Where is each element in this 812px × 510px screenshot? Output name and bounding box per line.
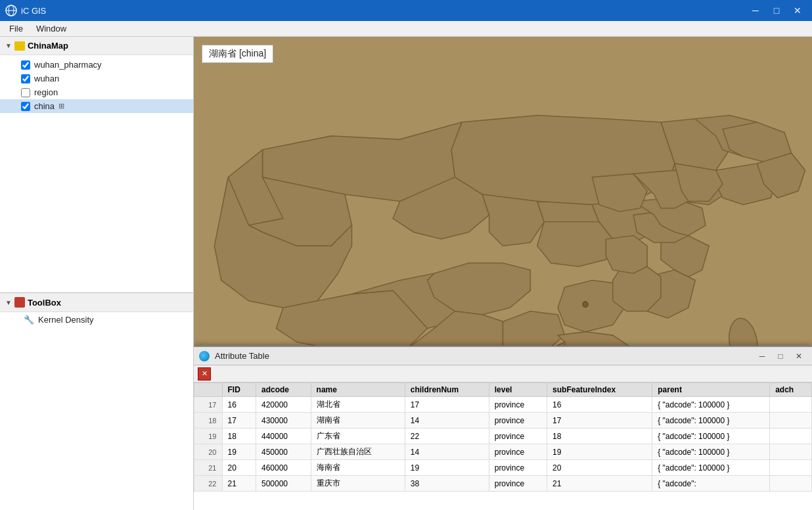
cell-level: province [489, 476, 547, 492]
cell-level: province [489, 397, 547, 413]
table-row[interactable]: 17 16 420000 湖北省 17 province 16 { "adcod… [194, 397, 812, 413]
col-header-fid[interactable]: FID [222, 383, 256, 397]
maximize-button[interactable]: □ [767, 3, 786, 18]
layer-checkbox-wuhan-pharmacy[interactable] [21, 60, 30, 70]
table-row[interactable]: 22 21 500000 重庆市 38 province 21 { "adcod… [194, 476, 812, 492]
cell-adcode: 450000 [256, 444, 311, 460]
col-header-subfeatureindex[interactable]: subFeatureIndex [547, 383, 652, 397]
col-header-parent[interactable]: parent [652, 383, 770, 397]
svg-point-6 [583, 302, 588, 307]
col-header-childrennum[interactable]: childrenNum [405, 383, 489, 397]
menubar: File Window [0, 21, 812, 37]
attr-maximize-button[interactable]: □ [773, 350, 788, 363]
close-button[interactable]: ✕ [788, 3, 807, 18]
cell-adch [770, 444, 812, 460]
cell-subfeatureindex: 16 [547, 397, 652, 413]
cell-subfeatureindex: 17 [547, 413, 652, 429]
attr-data-table: FID adcode name childrenNum level subFea… [194, 382, 812, 492]
attr-table-title: Attribute Table [215, 351, 749, 361]
cell-level: province [489, 444, 547, 460]
layer-item-wuhan[interactable]: wuhan [0, 72, 193, 85]
col-header-adch[interactable]: adch [770, 383, 812, 397]
cell-parent: { "adcode": 100000 } [652, 429, 770, 444]
cell-subfeatureindex: 18 [547, 429, 652, 444]
attr-close-button[interactable]: ✕ [791, 350, 807, 363]
cell-childrennum: 38 [405, 476, 489, 492]
attr-table-globe-icon [199, 351, 210, 361]
col-header-adcode[interactable]: adcode [256, 383, 311, 397]
table-row[interactable]: 19 18 440000 广东省 22 province 18 { "adcod… [194, 429, 812, 444]
toolbox-collapse-icon: ▼ [5, 299, 12, 306]
cell-childrennum: 22 [405, 429, 489, 444]
cell-parent: { "adcode": 100000 } [652, 460, 770, 476]
cell-adcode: 460000 [256, 460, 311, 476]
map-label: 湖南省 [china] [202, 45, 273, 63]
cell-adcode: 420000 [256, 397, 311, 413]
layer-item-china[interactable]: china ⊞ [0, 99, 193, 113]
table-row[interactable]: 20 19 450000 广西壮族自治区 14 province 19 { "a… [194, 444, 812, 460]
layer-checkbox-region[interactable] [21, 88, 30, 97]
cell-childrennum: 17 [405, 397, 489, 413]
layer-list: wuhan_pharmacy wuhan region china ⊞ [0, 55, 193, 116]
layer-action-icon: ⊞ [58, 102, 64, 110]
cell-fid: 21 [222, 476, 256, 492]
cell-childrennum: 14 [405, 444, 489, 460]
layer-panel: ▼ ChinaMap wuhan_pharmacy wuhan region [0, 37, 193, 293]
titlebar: iC GIS ─ □ ✕ [0, 0, 812, 21]
tool-label-kernel-density: Kernel Density [38, 315, 94, 325]
layer-item-wuhan-pharmacy[interactable]: wuhan_pharmacy [0, 58, 193, 72]
col-header-level[interactable]: level [489, 383, 547, 397]
app-icon [5, 5, 17, 16]
row-num: 17 [194, 397, 223, 413]
cell-level: province [489, 413, 547, 429]
cell-parent: { "adcode": 100000 } [652, 413, 770, 429]
col-header-rownum[interactable] [194, 383, 223, 397]
main-layout: ▼ ChinaMap wuhan_pharmacy wuhan region [0, 37, 812, 510]
row-num: 18 [194, 413, 223, 429]
cell-fid: 17 [222, 413, 256, 429]
cell-adch [770, 413, 812, 429]
layers-header[interactable]: ▼ ChinaMap [0, 37, 193, 55]
toolbox-label: ToolBox [28, 298, 61, 308]
map-area: 湖南省 [china] [194, 37, 812, 510]
cell-name: 重庆市 [311, 476, 405, 492]
attribute-table: Attribute Table ─ □ ✕ ✕ FID adcode [194, 346, 812, 510]
cell-name: 湖北省 [311, 397, 405, 413]
attr-table-container[interactable]: FID adcode name childrenNum level subFea… [194, 382, 812, 510]
table-row[interactable]: 21 20 460000 海南省 19 province 20 { "adcod… [194, 460, 812, 476]
menu-window[interactable]: Window [30, 22, 73, 35]
row-num: 21 [194, 460, 223, 476]
window-controls: ─ □ ✕ [746, 3, 807, 18]
attr-table-controls: ─ □ ✕ [754, 350, 807, 363]
toolbox-header[interactable]: ▼ ToolBox [0, 293, 193, 312]
cell-adch [770, 476, 812, 492]
cell-name: 海南省 [311, 460, 405, 476]
attr-toolbar: ✕ [194, 365, 812, 382]
layers-collapse-icon: ▼ [5, 42, 12, 49]
cell-name: 湖南省 [311, 413, 405, 429]
menu-file[interactable]: File [3, 22, 30, 35]
col-header-name[interactable]: name [311, 383, 405, 397]
layer-item-region[interactable]: region [0, 85, 193, 99]
cell-adcode: 430000 [256, 413, 311, 429]
layer-checkbox-wuhan[interactable] [21, 74, 30, 83]
tool-item-kernel-density[interactable]: 🔧 Kernel Density [0, 312, 193, 327]
cell-level: province [489, 460, 547, 476]
attr-minimize-button[interactable]: ─ [754, 350, 770, 363]
cell-subfeatureindex: 19 [547, 444, 652, 460]
row-num: 20 [194, 444, 223, 460]
cell-fid: 18 [222, 429, 256, 444]
layer-checkbox-china[interactable] [21, 102, 30, 111]
table-row[interactable]: 18 17 430000 湖南省 14 province 17 { "adcod… [194, 413, 812, 429]
cell-parent: { "adcode": [652, 476, 770, 492]
cell-name: 广东省 [311, 429, 405, 444]
cell-subfeatureindex: 20 [547, 460, 652, 476]
minimize-button[interactable]: ─ [746, 3, 765, 18]
toolbox-icon [14, 297, 25, 308]
app-title: iC GIS [21, 6, 746, 16]
attr-delete-button[interactable]: ✕ [198, 367, 211, 381]
cell-parent: { "adcode": 100000 } [652, 397, 770, 413]
cell-adch [770, 397, 812, 413]
attr-table-titlebar: Attribute Table ─ □ ✕ [194, 347, 812, 365]
folder-icon [14, 41, 25, 51]
